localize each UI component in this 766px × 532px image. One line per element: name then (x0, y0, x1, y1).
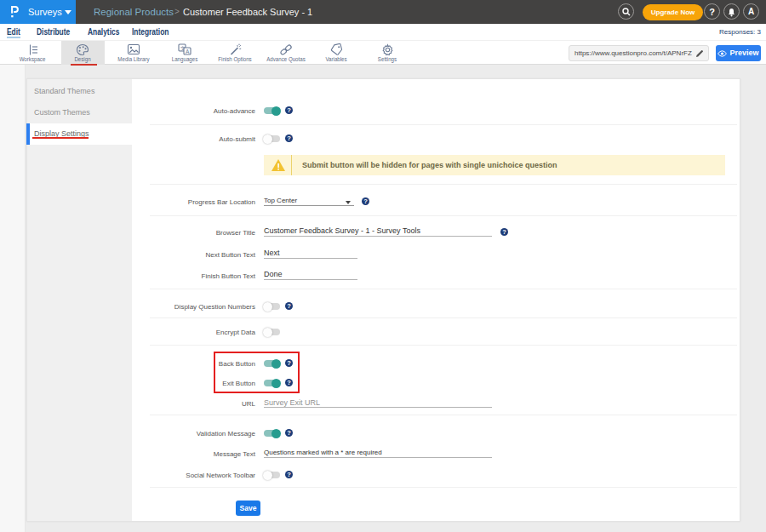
svg-text:A: A (186, 49, 190, 54)
